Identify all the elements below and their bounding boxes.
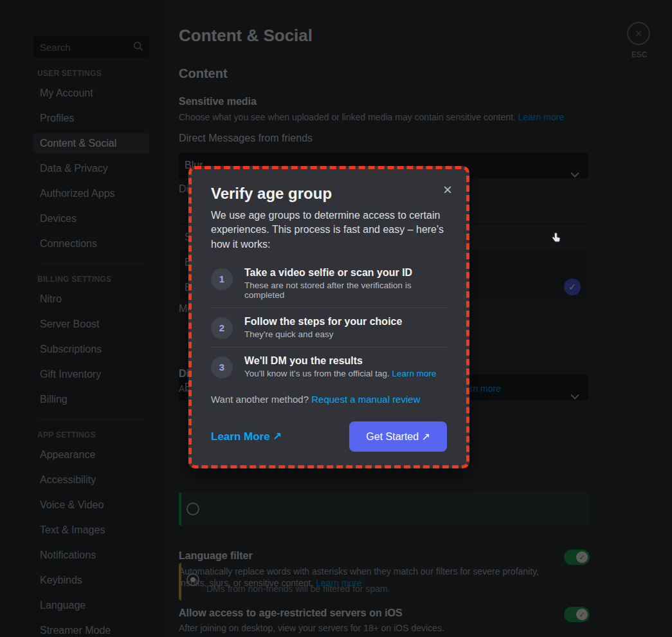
verify-age-group-modal: × Verify age group We use age groups to … (188, 166, 469, 468)
step-title: Follow the steps for your choice (244, 316, 402, 328)
step-number-badge: 3 (211, 356, 233, 378)
modal-steps-list: 1 Take a video selfie or scan your ID Th… (211, 259, 447, 386)
step-title: We'll DM you the results (244, 355, 437, 367)
step-subtitle: You'll know it's us from the official ta… (244, 369, 437, 378)
step-item-2: 2 Follow the steps for your choice They'… (211, 308, 447, 347)
alt-method-row: Want another method? Request a manual re… (211, 394, 447, 405)
get-started-button[interactable]: Get Started ↗ (349, 421, 447, 452)
step-number-badge: 2 (211, 317, 233, 339)
step-title: Take a video selfie or scan your ID (244, 267, 447, 279)
modal-learn-more-link[interactable]: Learn More ↗ (211, 430, 282, 443)
step-item-1: 1 Take a video selfie or scan your ID Th… (211, 259, 447, 308)
dm-results-learn-more-link[interactable]: Learn more (392, 369, 437, 378)
step-subtitle: These are not stored after the verificat… (244, 281, 447, 300)
step-subtitle: They're quick and easy (244, 329, 402, 339)
step-item-3: 3 We'll DM you the results You'll know i… (211, 347, 447, 386)
modal-footer: Learn More ↗ Get Started ↗ (211, 421, 447, 452)
modal-title: Verify age group (211, 185, 447, 203)
modal-close-icon[interactable]: × (443, 182, 452, 198)
step-number-badge: 1 (211, 268, 233, 290)
request-manual-review-link[interactable]: Request a manual review (311, 394, 420, 405)
cursor-hand-icon (550, 232, 563, 246)
step-subtitle-text: You'll know it's us from the official ta… (244, 369, 392, 378)
modal-body-text: We use age groups to determine access to… (211, 208, 452, 252)
alt-method-text: Want another method? (211, 394, 311, 405)
